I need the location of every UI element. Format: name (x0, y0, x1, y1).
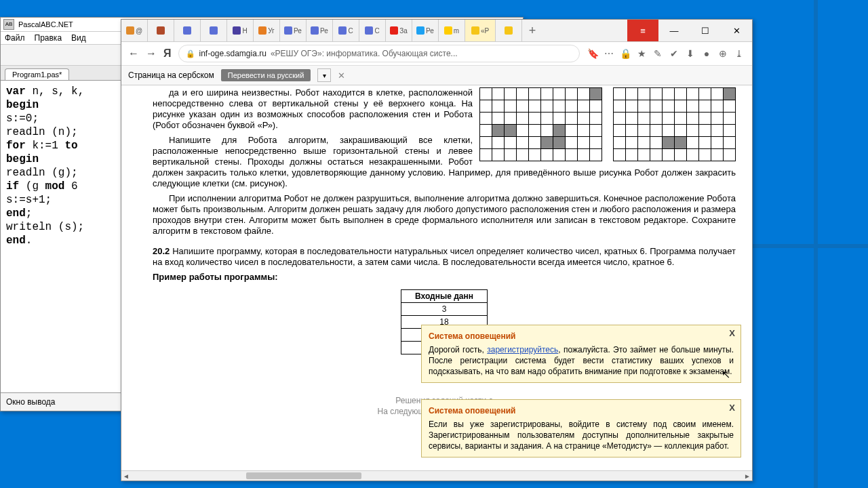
notification-login: X Система оповещений Если вы уже зарегис… (421, 399, 741, 458)
browser-tab[interactable] (496, 20, 522, 41)
menu-view[interactable]: Вид (71, 33, 86, 43)
toolbar-icon[interactable]: ⤓ (733, 47, 745, 60)
menu-edit[interactable]: Правка (35, 33, 62, 43)
scroll-right-arrow[interactable]: ► (743, 472, 752, 480)
browser-tab[interactable]: @ (121, 20, 148, 41)
notification-close[interactable]: X (729, 403, 735, 413)
url-domain: inf-oge.sdamgia.ru (199, 49, 267, 58)
browser-window: @НУгРеРеССЗаРеm«Р+≡—☐✕ ← → Я 🔒 inf-oge.s… (121, 19, 753, 481)
pascal-title: PascalABC.NET (18, 20, 73, 28)
pascal-app-icon: AB (3, 19, 14, 30)
register-link[interactable]: зарегистрируйтесь (487, 345, 558, 354)
url-page-title: «РЕШУ ОГЭ»: информатика. Обучающая систе… (271, 49, 458, 58)
browser-addressbar: ← → Я 🔒 inf-oge.sdamgia.ru «РЕШУ ОГЭ»: и… (121, 42, 752, 66)
toolbar-icon[interactable]: ⬇ (684, 47, 696, 60)
browser-tab[interactable]: «Р (465, 20, 496, 41)
browser-menu-button[interactable]: ≡ (627, 20, 658, 41)
notification-title: Система оповещений (429, 405, 734, 416)
task-20-2: 20.2 Напишите программу, которая в после… (153, 246, 736, 268)
forward-button[interactable]: → (146, 47, 157, 60)
browser-tab[interactable]: С (333, 20, 359, 41)
pascal-active-tab[interactable]: Program1.pas* (5, 68, 69, 80)
browser-tab[interactable]: За (386, 20, 412, 41)
notification-register: X Система оповещений Дорогой гость, заре… (421, 325, 741, 383)
yandex-button[interactable]: Я (163, 47, 172, 60)
browser-tab[interactable]: Уг (254, 20, 280, 41)
menu-file[interactable]: Файл (5, 33, 25, 43)
browser-tab[interactable]: Ре (412, 20, 439, 41)
toolbar-icon[interactable]: ⋯ (603, 47, 615, 60)
browser-minimize-button[interactable]: — (658, 20, 690, 41)
browser-tabstrip: @НУгРеРеССЗаРеm«Р+≡—☐✕ (121, 20, 752, 42)
task-paragraph-3: При исполнении алгоритма Робот не должен… (153, 193, 736, 237)
browser-tab[interactable]: m (439, 20, 465, 41)
browser-tab[interactable] (148, 20, 174, 41)
toolbar-icon[interactable]: ⊕ (717, 47, 729, 60)
example-table-header: Входные данн (401, 290, 488, 303)
browser-tab[interactable]: С (359, 20, 386, 41)
new-tab-button[interactable]: + (522, 20, 542, 41)
translate-source-lang: Страница на сербском (128, 70, 214, 80)
url-field[interactable]: 🔒 inf-oge.sdamgia.ru «РЕШУ ОГЭ»: информа… (178, 45, 580, 62)
translate-button[interactable]: Перевести на русский (221, 69, 311, 81)
translate-dropdown[interactable]: ▾ (317, 68, 331, 82)
translate-close[interactable]: ✕ (338, 70, 345, 81)
toolbar-icon[interactable]: ✎ (652, 47, 664, 60)
browser-close-button[interactable]: ✕ (721, 20, 752, 41)
scroll-left-arrow[interactable]: ◄ (121, 472, 131, 480)
toolbar-icon[interactable]: ● (701, 47, 713, 60)
browser-tab[interactable]: Н (227, 20, 254, 41)
browser-tab[interactable]: Ре (280, 20, 307, 41)
browser-tab[interactable] (201, 20, 227, 41)
notification-close[interactable]: X (729, 328, 735, 339)
scroll-thumb[interactable] (246, 472, 361, 479)
browser-tab[interactable]: Ре (307, 20, 333, 41)
browser-maximize-button[interactable]: ☐ (690, 20, 721, 41)
toolbar-icon[interactable]: 🔖 (587, 47, 599, 60)
toolbar-icon[interactable]: ✔ (668, 47, 680, 60)
horizontal-scrollbar[interactable]: ◄ ► (121, 470, 752, 481)
task-grid-images (479, 87, 736, 161)
example-label: Пример работы программы: (153, 272, 736, 283)
toolbar-icon[interactable]: 🔒 (619, 47, 631, 60)
notification-title: Система оповещений (429, 331, 734, 342)
translate-bar: Страница на сербском Перевести на русски… (121, 66, 752, 85)
addressbar-tools: 🔖⋯🔒★✎✔⬇●⊕⤓ (587, 47, 745, 60)
back-button[interactable]: ← (128, 47, 139, 60)
toolbar-icon[interactable]: ★ (635, 47, 648, 60)
lock-icon: 🔒 (186, 49, 195, 58)
browser-tab[interactable] (174, 20, 201, 41)
